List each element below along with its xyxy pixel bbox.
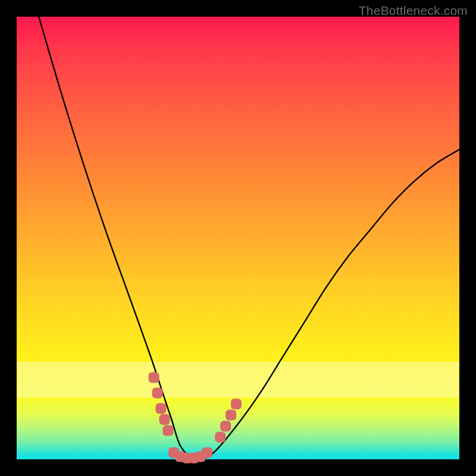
outer-frame: TheBottleneck.com (0, 0, 476, 476)
marker-dot (149, 372, 159, 383)
marker-dot (156, 403, 167, 414)
plot-area (17, 17, 459, 459)
marker-dot (220, 421, 231, 431)
watermark-text: TheBottleneck.com (359, 4, 468, 18)
marker-dot (215, 432, 226, 443)
marker-dot (202, 447, 212, 458)
curve-layer (17, 17, 459, 459)
marker-dot (152, 387, 163, 398)
marker-dot (162, 425, 173, 436)
marker-dot (231, 399, 242, 409)
marker-dot (226, 410, 236, 421)
marker-dots (149, 372, 242, 463)
marker-dot (159, 414, 170, 425)
bottleneck-curve (39, 17, 459, 461)
